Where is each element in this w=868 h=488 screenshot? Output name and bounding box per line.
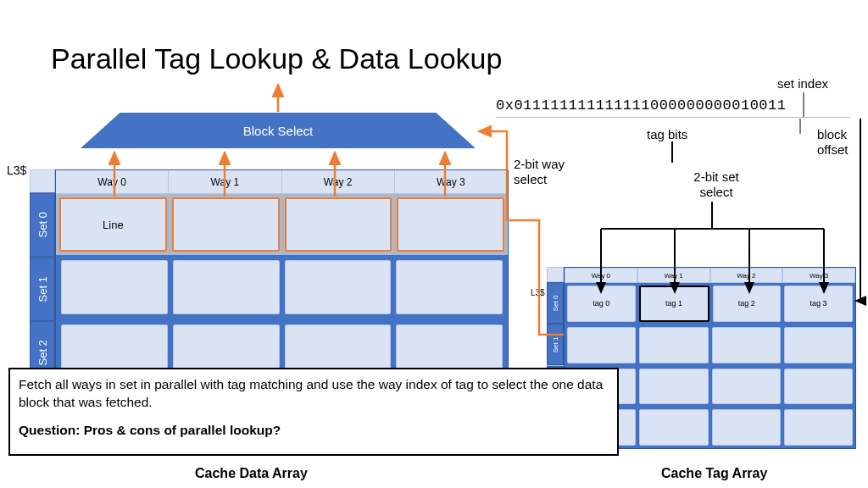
explanation-text: Fetch all ways in set in parallel with t…	[19, 376, 609, 412]
tag-cell: tag 0	[567, 286, 636, 322]
way-header: Way 2	[710, 268, 783, 283]
set-index-label: set index	[777, 76, 828, 91]
tag-cell: tag 2	[713, 286, 782, 322]
block-offset-label-2: offset	[817, 142, 848, 157]
data-cell	[285, 197, 392, 252]
data-cell	[172, 197, 280, 252]
tag-bits-label: tag bits	[647, 127, 687, 141]
question-text: Question: Pros & cons of parallel lookup…	[19, 422, 609, 440]
l3-label-data-array: L3$	[7, 164, 26, 177]
tag-row: tag 0 tag 1 tag 2 tag 3	[565, 283, 855, 324]
tag-cell-matched: tag 1	[639, 286, 709, 322]
data-cell	[397, 197, 504, 252]
explanation-box: Fetch all ways in set in parallel with t…	[8, 368, 619, 456]
caption-tag-array: Cache Tag Array	[661, 466, 767, 481]
way-header: Way 1	[169, 170, 281, 193]
tag-cell: tag 3	[784, 286, 853, 322]
page-title: Parallel Tag Lookup & Data Lookup	[51, 42, 502, 75]
way-header: Way 0	[565, 268, 637, 283]
set-label: Set 0	[547, 282, 564, 324]
caption-data-array: Cache Data Array	[195, 466, 308, 481]
data-row-highlighted: Line	[56, 194, 508, 255]
data-row	[56, 255, 508, 319]
set-label: Set 1	[30, 258, 55, 322]
set-label: Set 1	[547, 324, 564, 365]
way-header: Way 3	[395, 170, 508, 193]
way-select-label2: 2-bit way select	[514, 157, 590, 187]
address-underline	[496, 117, 850, 118]
way-header: Way 0	[56, 170, 169, 193]
data-cell: Line	[59, 197, 167, 252]
set-select-label: 2-bit set select	[678, 169, 754, 200]
address-string: 0x011111111111111000000000010011	[496, 97, 786, 114]
block-offset-label-1: block	[817, 127, 847, 141]
way-header: Way 1	[637, 268, 710, 283]
way-header: Way 2	[282, 170, 395, 193]
block-select-mux: Block Select	[81, 113, 476, 148]
set-label: Set 0	[30, 193, 55, 258]
l3-label-tag-array: L3$	[531, 288, 545, 297]
way-header: Way 3	[782, 268, 855, 283]
tag-row	[565, 324, 855, 366]
